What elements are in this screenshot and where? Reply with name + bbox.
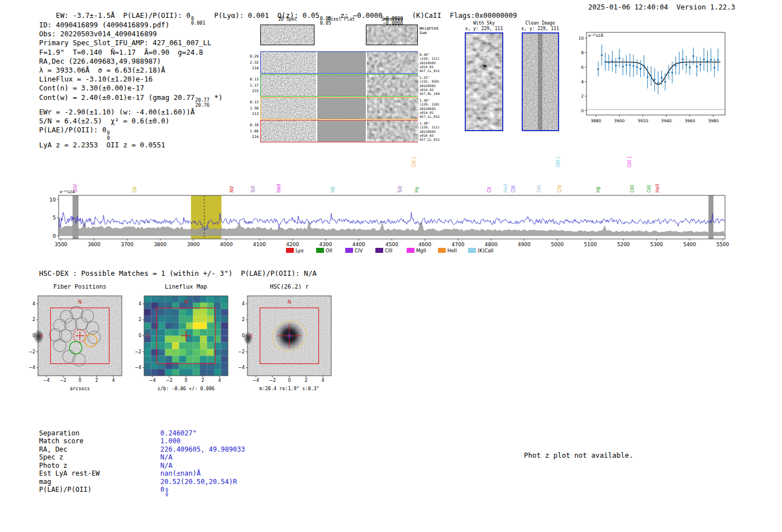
spec2d-row bbox=[260, 74, 418, 97]
svg-text:OII: OII bbox=[326, 248, 332, 253]
smoothed-image bbox=[367, 98, 418, 119]
spec2d-row-left-labels: 0.131.50213 bbox=[246, 99, 259, 117]
svg-text:3900: 3900 bbox=[187, 242, 200, 247]
svg-text:3920: 3920 bbox=[637, 118, 648, 123]
svg-text:4800: 4800 bbox=[485, 242, 498, 247]
svg-text:4: 4 bbox=[32, 301, 35, 306]
match-table-row: Est LyA rest-EWnan(±nan)Å bbox=[39, 469, 245, 477]
smoothed-image bbox=[367, 75, 418, 96]
emission-line-label: CII bbox=[487, 187, 492, 193]
svg-text:2: 2 bbox=[242, 317, 245, 322]
emission-line-label: OIII ] bbox=[556, 157, 561, 167]
svg-text:5000: 5000 bbox=[551, 242, 564, 247]
info-id: ID: 4090416899 (4090416899.pdf) bbox=[39, 21, 223, 30]
withsky-image bbox=[465, 32, 503, 131]
svg-text:CIII: CIII bbox=[385, 248, 392, 253]
info-ra-dec: RA,Dec (226.409683,49.988987) bbox=[39, 57, 223, 66]
emission-line-label: Hβ bbox=[596, 186, 601, 193]
cont-w-text: Cont(w) = 2.40(±0.01)e-17 (gmag 20.77 bbox=[39, 93, 194, 102]
svg-text:3940: 3940 bbox=[661, 118, 671, 123]
withsky-title: With Sky bbox=[458, 21, 510, 26]
match-row-label: Est LyA rest-EW bbox=[39, 469, 160, 477]
svg-text:4600: 4600 bbox=[418, 242, 431, 247]
emission-line-label: SiIV bbox=[73, 184, 78, 193]
svg-text:e⁻¹⁷x2Å: e⁻¹⁷x2Å bbox=[60, 189, 75, 194]
svg-text:10: 10 bbox=[579, 36, 584, 41]
match-row-value: 226.409605, 49.989033 bbox=[160, 445, 245, 453]
spec2d-row-right-labels: 1.30"(229, 120)20220503v014_01427_LL_012 bbox=[419, 98, 447, 118]
svg-text:2: 2 bbox=[95, 378, 98, 383]
photz-note: Phot z plot not available. bbox=[524, 451, 633, 459]
match-row-value: N/A bbox=[160, 462, 173, 469]
spec2d-image bbox=[261, 98, 316, 119]
svg-text:4100: 4100 bbox=[253, 242, 266, 247]
emission-line-label: SiII bbox=[398, 186, 403, 193]
info-sn-chi2: S/N = 6.4(±2.5) χ² = 0.6(±0.0) bbox=[39, 117, 223, 126]
emission-line-label: SiII bbox=[251, 186, 256, 193]
match-row-value-stack: 00 bbox=[165, 488, 168, 497]
svg-text:5400: 5400 bbox=[683, 242, 696, 247]
smoothed-image bbox=[367, 52, 418, 73]
cont-w-tail: *) bbox=[210, 93, 223, 102]
plae-text: P(LAE)/P(OII): 0 bbox=[39, 126, 106, 134]
svg-text:0: 0 bbox=[139, 333, 141, 338]
spec2d-row-right-labels: 0.30"(229, 111)20220503v014_01427_LL_011 bbox=[419, 52, 447, 73]
match-row-value: N/A bbox=[160, 453, 173, 461]
line-fit-zoom-plot: 3880390039203940396039800246810e⁻¹⁷x2Å bbox=[579, 27, 733, 128]
svg-text:−4: −4 bbox=[149, 378, 156, 383]
match-row-label: Spec z bbox=[39, 453, 160, 461]
svg-text:4: 4 bbox=[218, 378, 221, 383]
svg-text:HeII: HeII bbox=[447, 248, 457, 253]
svg-text:4300: 4300 bbox=[320, 242, 332, 247]
north-label: N bbox=[288, 299, 292, 305]
spec2d-fiber-rows: 0.292.322140.30"(229, 111)20220503v014_0… bbox=[246, 51, 447, 144]
fiber-xlabel: arcsecs bbox=[70, 386, 90, 391]
svg-text:4: 4 bbox=[581, 79, 584, 84]
svg-text:−2: −2 bbox=[238, 349, 245, 354]
clean-image bbox=[522, 32, 559, 131]
weighted-sum-label: Weighted Sum bbox=[419, 26, 438, 35]
svg-text:e⁻¹⁷x2Å: e⁻¹⁷x2Å bbox=[588, 33, 603, 38]
spec2d-row-left-labels: 0.292.32214 bbox=[246, 54, 259, 71]
spec2d-row bbox=[260, 51, 418, 74]
timestamp-version: 2025-01-06 12:40:04 Version 1.22.3 bbox=[588, 3, 735, 11]
svg-text:−2: −2 bbox=[135, 349, 141, 354]
spec2d-row bbox=[260, 120, 418, 142]
info-primary-spec: Primary Spec_Slot_IFU_AMP: 427_061_007_L… bbox=[39, 39, 223, 47]
col-header-2dspec: 2D Spec bbox=[268, 17, 307, 22]
emission-line-label: CIII ] bbox=[412, 157, 417, 167]
pixel-flat-image bbox=[317, 52, 366, 73]
emission-line-label: CIV bbox=[557, 185, 562, 193]
weighted-smoothed-image bbox=[366, 25, 418, 45]
east-label: E bbox=[250, 333, 253, 339]
svg-text:CIV: CIV bbox=[355, 248, 363, 253]
lineflux-map-title: Lineflux Map bbox=[165, 283, 207, 290]
svg-text:5200: 5200 bbox=[617, 242, 630, 247]
fiber-positions-cutout: Fiber Positions N E arcsecs −4−4−2−20022… bbox=[22, 281, 134, 399]
emission-line-label: Hγ bbox=[414, 186, 419, 193]
match-row-value: 20.52(20.50,20.54)R bbox=[160, 478, 237, 486]
svg-text:3880: 3880 bbox=[590, 118, 601, 123]
emission-line-label: HeII bbox=[503, 184, 508, 193]
svg-text:3980: 3980 bbox=[708, 118, 718, 123]
spec2d-row-right-labels: 1.22"(232, 939)20220503v014_02427_RL_104 bbox=[419, 75, 447, 95]
svg-text:3700: 3700 bbox=[121, 242, 133, 247]
match-table-row: RA, Dec226.409605, 49.989033 bbox=[39, 445, 245, 453]
match-row-label: Photo z bbox=[39, 462, 160, 469]
svg-text:5100: 5100 bbox=[584, 242, 597, 247]
info-plae-poii: P(LAE)/P(OII): 000 bbox=[39, 126, 223, 140]
emission-line-label: OII bbox=[132, 186, 137, 193]
pixel-flat-image bbox=[317, 75, 366, 96]
north-label: N bbox=[78, 299, 82, 305]
lineflux-map-cutout: Lineflux Map N E s/b: -0.06 +/- 0.086 −4… bbox=[128, 281, 240, 399]
hsc-match-header: HSC-DEX : Possible Matches = 1 (within +… bbox=[39, 269, 317, 277]
svg-text:−4: −4 bbox=[135, 365, 141, 370]
svg-text:4: 4 bbox=[112, 378, 115, 383]
weighted-label-line1: Weighted bbox=[419, 26, 438, 31]
plae-stack: 00 bbox=[107, 131, 109, 141]
col-header-smoothed: Smoothed bbox=[373, 17, 412, 22]
match-table-row: Photo zN/A bbox=[39, 462, 245, 469]
svg-text:3800: 3800 bbox=[154, 242, 166, 247]
info-cont-w: Cont(w) = 2.40(±0.01)e-17 (gmag 20.7720.… bbox=[39, 93, 223, 108]
match-row-value: 1.000 bbox=[160, 437, 180, 445]
